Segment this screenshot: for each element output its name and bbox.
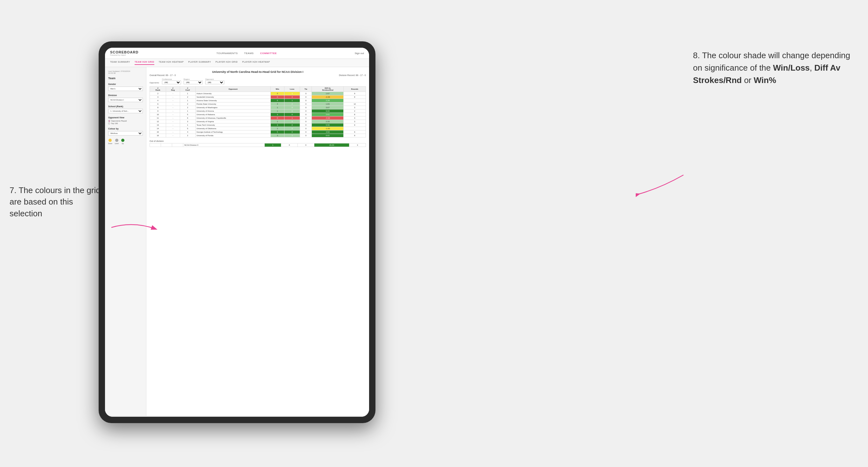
annotation-left: 7. The colours in the grid are based on … [9, 185, 105, 219]
opponent-view-label: Opponent View [108, 117, 143, 119]
h2h-table: #Rank #Reg #Conf Opponent Win Loss Tie D… [150, 86, 366, 137]
last-updated: Last Updated: 27/03/2024 16:55:38 [108, 70, 143, 74]
sub-tab-bar: TEAM SUMMARY TEAM H2H GRID TEAM H2H HEAT… [105, 59, 369, 67]
grid-record: Overall Record: 89 - 17 - 0 Division Rec… [150, 74, 366, 76]
annotation-right: 8. The colour shade will change dependin… [693, 49, 859, 87]
school-select[interactable]: 1. University of Nort... [108, 109, 143, 113]
app-logo: SCOREBOARD [110, 50, 138, 54]
logo-area: SCOREBOARD Powered by clippd [110, 50, 138, 56]
division-label: Division [108, 94, 143, 96]
region-label: Region [184, 78, 203, 80]
legend-down-dot [108, 139, 112, 142]
colour-by-select[interactable]: Win/loss [108, 131, 143, 135]
bottom-toolbar: ↺ ↻ ‹ ⎘ 🕐 View: Original Watch 👍 ⊞ Share [105, 416, 369, 417]
radio-top100-label: Top 100 [111, 122, 118, 124]
tab-player-h2h-heatmap[interactable]: PLAYER H2H HEATMAP [242, 61, 270, 65]
radio-opponents-played[interactable]: Opponents Played [108, 120, 143, 122]
annotation-right-number: 8. [693, 51, 700, 60]
tab-team-h2h-heatmap[interactable]: TEAM H2H HEATMAP [159, 61, 184, 65]
table-row: 6-2Florida State University4201.8312 [150, 102, 366, 106]
legend-level-dot [115, 139, 118, 142]
opponent-select[interactable]: (All) [205, 81, 224, 84]
tab-player-h2h-grid[interactable]: PLAYER H2H GRID [215, 61, 238, 65]
annotation-sep1: , [810, 63, 814, 72]
nav-tournaments[interactable]: TOURNAMENTS [216, 52, 238, 55]
conference-label: Conference [162, 78, 181, 80]
last-updated-time: 16:55:38 [108, 72, 143, 74]
nav-teams[interactable]: TEAMS [244, 52, 254, 55]
legend-level: Level [115, 139, 119, 145]
opponent-filter: Opponent (All) [205, 78, 224, 84]
colour-legend: Down Level Up [108, 139, 143, 145]
panel-division-section: Division NCAA Division I [108, 94, 143, 102]
table-row: 15-4Georgia Institute of Technology5004.… [150, 130, 366, 134]
panel-opponent-view: Opponent View Opponents Played Top 100 [108, 117, 143, 124]
table-row: 4-1Arizona State University5102.28 [150, 99, 366, 102]
sign-out-link[interactable]: Sign out [355, 52, 364, 55]
col-loss: Loss [284, 87, 300, 92]
table-row: 10-5University of Alabama3002.618 [150, 113, 366, 117]
main-nav: TOURNAMENTS TEAMS COMMITTEE [216, 52, 277, 55]
region-filter: Region (All) [184, 78, 203, 84]
app-header: SCOREBOARD Powered by clippd TOURNAMENTS… [105, 48, 369, 59]
panel-colour-by: Colour by Win/loss [108, 128, 143, 135]
opponents-label: Opponents: [150, 82, 159, 84]
nav-committee[interactable]: COMMITTEE [260, 52, 277, 55]
col-reg: #Reg [166, 87, 180, 92]
panel-school-section: School (Rank) 1. University of Nort... [108, 105, 143, 113]
out-of-division-body: NCAA Division II10026.003 [150, 144, 366, 147]
annotation-left-text: The colours in the grid are based on thi… [9, 185, 100, 218]
right-content: University of North Carolina Head-to-Hea… [146, 67, 369, 416]
radio-top100[interactable]: Top 100 [108, 122, 143, 124]
table-header-row: #Rank #Reg #Conf Opponent Win Loss Tie D… [150, 87, 366, 92]
grid-title: University of North Carolina Head-to-Hea… [150, 70, 366, 73]
annotation-bold3: Win% [754, 75, 776, 85]
table-row: 8-2University of Washington1003.673 [150, 106, 366, 110]
col-rank: #Rank [150, 87, 166, 92]
tab-player-summary[interactable]: PLAYER SUMMARY [188, 61, 211, 65]
table-row: 14-5University of Oklahoma100-1.00 [150, 127, 366, 130]
table-row: 2-1Auburn University2101.679 [150, 92, 366, 95]
table-row: 12-3University of Virginia1002.333 [150, 120, 366, 123]
opponent-label: Opponent [205, 78, 224, 80]
division-record-value: 88 - 17 - 0 [356, 74, 366, 76]
table-row: 13-1Texas Tech University3005.569 [150, 123, 366, 127]
overall-record-label: Overall Record: [150, 74, 165, 76]
col-win: Win [271, 87, 284, 92]
out-of-division-table: NCAA Division II10026.003 [150, 143, 366, 147]
division-record-label: Division Record: [339, 74, 355, 76]
legend-down-label: Down [108, 143, 112, 145]
panel-gender-section: Gender Men's [108, 83, 143, 91]
table-body: 2-1Auburn University2101.6793-2Vanderbil… [150, 92, 366, 137]
tab-team-h2h-grid[interactable]: TEAM H2H GRID [134, 61, 154, 65]
legend-level-label: Level [115, 143, 119, 145]
col-tie: Tie [300, 87, 312, 92]
gender-select[interactable]: Men's [108, 87, 143, 91]
colour-by-label: Colour by [108, 128, 143, 130]
annotation-sep2: or [742, 75, 754, 85]
gender-label: Gender [108, 83, 143, 85]
table-row: 9-1University of Arizona1009.002 [150, 110, 366, 113]
col-diff: Diff AvStrokes/Rnd [312, 87, 344, 92]
table-row: 16-2University of Florida3106.629 [150, 134, 366, 137]
conference-filter: Conference (All) [162, 78, 181, 84]
school-label: School (Rank) [108, 105, 143, 107]
legend-up-label: Up [122, 143, 124, 145]
annotation-left-number: 7. [9, 185, 17, 195]
out-of-division-label: Out of division [150, 140, 366, 142]
division-record: Division Record: 88 - 17 - 0 [339, 74, 366, 76]
main-content: Last Updated: 27/03/2024 16:55:38 Team G… [105, 67, 369, 416]
division-select[interactable]: NCAA Division I [108, 98, 143, 102]
overall-record-value: 89 - 17 - 0 [166, 74, 176, 76]
radio-dot-unchecked [108, 122, 110, 124]
legend-down: Down [108, 139, 112, 145]
col-rounds: Rounds [344, 87, 366, 92]
legend-up-dot [121, 139, 124, 142]
tab-team-summary[interactable]: TEAM SUMMARY [110, 61, 130, 65]
region-select[interactable]: (All) [184, 81, 203, 84]
conference-select[interactable]: (All) [162, 81, 181, 84]
arrow-left-svg [108, 219, 159, 236]
out-of-division-row: NCAA Division II10026.003 [150, 144, 366, 147]
radio-opponents-played-label: Opponents Played [111, 120, 127, 122]
logo-sub: Powered by clippd [110, 54, 138, 56]
